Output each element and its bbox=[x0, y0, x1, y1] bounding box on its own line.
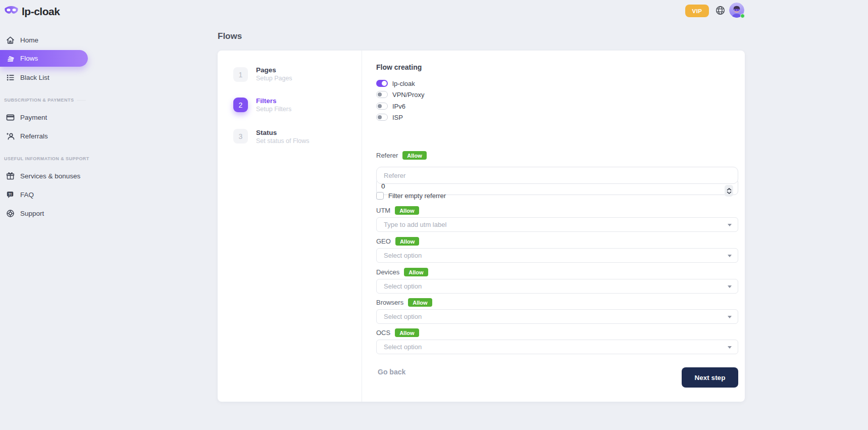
utm-allow-badge[interactable]: Allow bbox=[395, 206, 419, 215]
sidebar-item-faq[interactable]: ?! FAQ bbox=[0, 186, 88, 203]
toggle-label: ISP bbox=[392, 114, 403, 121]
sidebar-item-label: FAQ bbox=[20, 191, 34, 199]
number-stepper[interactable] bbox=[725, 185, 733, 197]
utm-label: UTM bbox=[376, 207, 390, 214]
sidebar-item-flows[interactable]: Flows bbox=[0, 50, 88, 67]
faq-icon: ?! bbox=[6, 190, 15, 200]
support-icon bbox=[6, 209, 15, 218]
select-placeholder: Select option bbox=[384, 252, 422, 259]
toggle-label: IPv6 bbox=[392, 103, 405, 110]
home-icon bbox=[6, 35, 15, 45]
mask-logo-icon bbox=[4, 5, 19, 18]
devices-select[interactable]: Select option bbox=[376, 279, 738, 294]
wizard-step-2[interactable]: 2 bbox=[233, 98, 248, 112]
devices-allow-badge[interactable]: Allow bbox=[404, 268, 428, 276]
select-placeholder: Select option bbox=[384, 343, 422, 351]
step-number: 2 bbox=[239, 101, 243, 109]
flow-card: 1 Pages Setup Pages 2 Filters Setup Filt… bbox=[218, 51, 745, 402]
panel-divider bbox=[362, 51, 362, 402]
ipv6-toggle[interactable] bbox=[376, 103, 388, 110]
geo-select[interactable]: Select option bbox=[376, 248, 738, 263]
referer-label: Referer bbox=[376, 152, 398, 159]
blacklist-icon bbox=[6, 73, 15, 82]
devices-label-row: Devices Allow bbox=[376, 268, 428, 276]
sidebar-item-label: Referrals bbox=[20, 132, 48, 140]
browsers-select[interactable]: Select option bbox=[376, 309, 738, 324]
referer-input[interactable] bbox=[376, 167, 738, 184]
sidebar-item-label: Home bbox=[20, 36, 38, 44]
ocs-allow-badge[interactable]: Allow bbox=[395, 328, 419, 337]
filter-empty-referrer-checkbox[interactable] bbox=[376, 192, 384, 200]
brand-logo[interactable]: lp-cloak bbox=[4, 5, 60, 18]
sidebar-item-services-bonuses[interactable]: Services & bonuses bbox=[0, 168, 88, 184]
geo-label-row: GEO Allow bbox=[376, 237, 419, 246]
flows-icon bbox=[6, 54, 15, 63]
utm-input[interactable] bbox=[376, 217, 738, 232]
ocs-select[interactable]: Select option bbox=[376, 340, 738, 354]
vpn-proxy-toggle[interactable] bbox=[376, 91, 388, 98]
language-globe-icon[interactable] bbox=[715, 5, 726, 16]
sidebar-section-subscription: SUBSCRIPTION & PAYMENTS bbox=[4, 98, 86, 103]
vip-button[interactable]: VIP bbox=[685, 5, 709, 17]
step-number: 3 bbox=[239, 132, 243, 140]
payment-icon bbox=[6, 113, 15, 122]
wizard-step-3-title: Status bbox=[256, 129, 277, 136]
sidebar-item-label: Black List bbox=[20, 74, 49, 81]
sidebar-item-black-list[interactable]: Black List bbox=[0, 69, 88, 85]
next-step-button[interactable]: Next step bbox=[682, 367, 738, 388]
toggle-row-isp: ISP bbox=[376, 112, 403, 122]
brand-name: lp-cloak bbox=[22, 6, 60, 18]
flow-creating-form: Flow creating lp-cloak VPN/Proxy IPv6 IS… bbox=[376, 51, 738, 402]
wizard-step-2-title: Filters bbox=[256, 97, 277, 105]
sidebar-item-home[interactable]: Home bbox=[0, 32, 88, 48]
lp-cloak-toggle[interactable] bbox=[376, 80, 388, 87]
devices-label: Devices bbox=[376, 268, 399, 276]
wizard-step-1-title: Pages bbox=[256, 66, 276, 74]
toggle-row-vpn-proxy: VPN/Proxy bbox=[376, 89, 425, 100]
referer-allow-badge[interactable]: Allow bbox=[402, 151, 426, 160]
go-back-button[interactable]: Go back bbox=[378, 368, 405, 376]
online-status-dot bbox=[740, 14, 745, 18]
svg-text:?!: ?! bbox=[8, 192, 12, 196]
sidebar-section-support: USEFUL INFORMATION & SUPPORT bbox=[4, 156, 86, 161]
sidebar-item-support[interactable]: Support bbox=[0, 205, 88, 221]
geo-allow-badge[interactable]: Allow bbox=[395, 237, 419, 246]
wizard-step-3[interactable]: 3 bbox=[233, 129, 248, 144]
wizard-step-1-subtitle: Setup Pages bbox=[256, 75, 292, 82]
referrals-icon bbox=[6, 131, 15, 141]
ocs-label: OCS bbox=[376, 329, 390, 337]
sidebar-item-payment[interactable]: Payment bbox=[0, 109, 88, 125]
wizard-step-3-subtitle: Set status of Flows bbox=[256, 137, 310, 145]
ocs-label-row: OCS Allow bbox=[376, 328, 419, 337]
sidebar: lp-cloak Home Flows bbox=[0, 0, 88, 430]
geo-label: GEO bbox=[376, 237, 391, 245]
sidebar-item-referrals[interactable]: Referrals bbox=[0, 128, 88, 144]
sidebar-item-label: Support bbox=[20, 210, 44, 217]
filter-empty-referrer-label: Filter empty referrer bbox=[388, 192, 446, 200]
browsers-allow-badge[interactable]: Allow bbox=[408, 298, 432, 307]
toggle-label: VPN/Proxy bbox=[392, 91, 425, 99]
form-title: Flow creating bbox=[376, 63, 422, 71]
isp-toggle[interactable] bbox=[376, 114, 388, 121]
filter-empty-referrer-row: Filter empty referrer bbox=[376, 192, 446, 200]
wizard-step-1[interactable]: 1 bbox=[233, 67, 248, 82]
browsers-label: Browsers bbox=[376, 299, 403, 306]
sidebar-item-label: Payment bbox=[20, 114, 47, 121]
sidebar-item-label: Services & bonuses bbox=[20, 172, 80, 180]
page-title: Flows bbox=[218, 31, 242, 41]
step-number: 1 bbox=[239, 71, 243, 79]
toggle-row-lp-cloak: lp-cloak bbox=[376, 78, 415, 88]
wizard-step-2-subtitle: Setup Filters bbox=[256, 106, 291, 113]
utm-label-row: UTM Allow bbox=[376, 206, 419, 215]
referer-label-row: Referer Allow bbox=[376, 151, 427, 160]
gift-icon bbox=[6, 171, 15, 181]
select-placeholder: Select option bbox=[384, 282, 422, 290]
toggle-label: lp-cloak bbox=[392, 80, 415, 87]
sidebar-item-label: Flows bbox=[20, 55, 38, 62]
user-avatar[interactable] bbox=[729, 3, 744, 18]
utm-combo bbox=[376, 217, 738, 232]
browsers-label-row: Browsers Allow bbox=[376, 298, 432, 307]
select-placeholder: Select option bbox=[384, 313, 422, 320]
toggle-row-ipv6: IPv6 bbox=[376, 101, 405, 111]
